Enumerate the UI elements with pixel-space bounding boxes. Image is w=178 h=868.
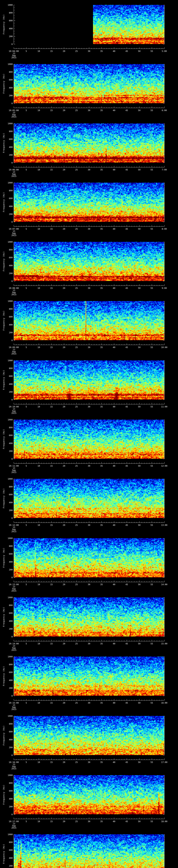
- end-time-label: 15:00: [156, 643, 172, 645]
- y-tick-label: 0: [5, 162, 13, 164]
- y-tick-label: 0: [5, 636, 13, 638]
- y-tick-label: 800: [5, 486, 13, 488]
- y-tick-label: 600: [5, 197, 13, 199]
- end-time-label: 13:00: [156, 524, 172, 526]
- y-tick-label: 800: [5, 841, 13, 843]
- y-tick-label: 200: [5, 806, 13, 808]
- y-tick-label: 600: [5, 256, 13, 259]
- spectrogram-panel-2: Frequency (Hz)0200400600800100010:05:005…: [0, 59, 178, 118]
- y-tick-label: 800: [5, 12, 13, 14]
- y-tick-label: 200: [5, 332, 13, 334]
- y-tick-label: 400: [5, 857, 13, 859]
- y-tick-label: 400: [5, 620, 13, 622]
- y-tick-label: 1000: [5, 300, 13, 302]
- spectrogram-panel-8: Frequency (Hz)0200400600800100010:11:005…: [0, 415, 178, 474]
- date-label: 2015: [5, 768, 23, 770]
- frequency-axis-label: Frequency (Hz): [3, 656, 5, 695]
- y-tick-label: 200: [5, 391, 13, 393]
- date-label: 2015: [5, 471, 23, 473]
- y-tick-label: 1000: [5, 4, 13, 6]
- y-tick-label: 200: [5, 509, 13, 512]
- date-label: 2015: [5, 234, 23, 237]
- y-tick-label: 0: [5, 102, 13, 105]
- date-label: 2015: [5, 827, 23, 829]
- y-tick-label: 600: [5, 790, 13, 792]
- end-time-label: 11:00: [156, 406, 172, 408]
- y-tick-label: 1000: [5, 122, 13, 125]
- y-tick-label: 800: [5, 782, 13, 784]
- date-label: 2015: [5, 412, 23, 414]
- y-tick-label: 600: [5, 493, 13, 496]
- y-tick-label: 800: [5, 249, 13, 251]
- y-tick-label: 800: [5, 426, 13, 429]
- spectrogram-stack: Frequency (Hz)0200400600800100010:04:005…: [0, 0, 178, 868]
- frequency-axis-label: Frequency (Hz): [3, 182, 5, 222]
- frequency-axis-label: Frequency (Hz): [3, 478, 5, 518]
- y-tick-label: 400: [5, 87, 13, 89]
- frequency-axis-label: Frequency (Hz): [3, 597, 5, 637]
- y-tick-label: 600: [5, 375, 13, 377]
- date-label: 2015: [5, 352, 23, 355]
- y-tick-label: 200: [5, 35, 13, 38]
- y-tick-label: 0: [5, 399, 13, 401]
- y-tick-label: 400: [5, 146, 13, 148]
- y-tick-label: 600: [5, 316, 13, 318]
- y-tick-label: 200: [5, 746, 13, 749]
- date-label: 2015: [5, 530, 23, 533]
- date-label: 2015: [5, 649, 23, 651]
- date-label: 2015: [5, 708, 23, 711]
- y-tick-label: 600: [5, 612, 13, 614]
- end-time-label: 6:00: [156, 109, 172, 112]
- y-tick-label: 800: [5, 189, 13, 192]
- y-tick-label: 800: [5, 367, 13, 370]
- y-tick-label: 200: [5, 94, 13, 97]
- y-tick-label: 1000: [5, 596, 13, 599]
- y-tick-label: 0: [5, 576, 13, 579]
- y-tick-label: 200: [5, 450, 13, 453]
- frequency-axis-label: Frequency (Hz): [3, 123, 5, 162]
- spectrogram-panel-1: Frequency (Hz)0200400600800100010:04:005…: [0, 0, 178, 59]
- spectrogram-panel-11: Frequency (Hz)0200400600800100010:14:005…: [0, 592, 178, 652]
- frequency-axis-label: Frequency (Hz): [3, 420, 5, 459]
- end-time-label: 12:00: [156, 465, 172, 467]
- y-tick-label: 400: [5, 323, 13, 326]
- y-tick-label: 200: [5, 865, 13, 867]
- date-label: 2015: [5, 175, 23, 178]
- spectrogram-panel-10: Frequency (Hz)0200400600800100010:13:005…: [0, 533, 178, 592]
- y-tick-label: 0: [5, 339, 13, 342]
- y-tick-label: 400: [5, 501, 13, 504]
- y-tick-label: 1000: [5, 63, 13, 65]
- y-tick-label: 200: [5, 568, 13, 571]
- y-tick-label: 600: [5, 20, 13, 22]
- y-tick-label: 0: [5, 813, 13, 816]
- y-tick-label: 600: [5, 138, 13, 141]
- date-label: 2015: [5, 590, 23, 592]
- y-tick-label: 400: [5, 442, 13, 444]
- end-time-label: 16:00: [156, 702, 172, 704]
- y-tick-label: 600: [5, 79, 13, 81]
- y-tick-label: 400: [5, 205, 13, 208]
- y-tick-label: 600: [5, 553, 13, 555]
- spectrogram-panel-6: Frequency (Hz)0200400600800100010:09:005…: [0, 296, 178, 355]
- y-tick-label: 400: [5, 739, 13, 741]
- y-tick-label: 200: [5, 628, 13, 630]
- y-tick-label: 600: [5, 849, 13, 851]
- y-tick-label: 400: [5, 679, 13, 682]
- y-tick-label: 400: [5, 798, 13, 800]
- frequency-axis-label: Frequency (Hz): [3, 360, 5, 399]
- y-tick-label: 1000: [5, 833, 13, 836]
- end-time-label: 18:00: [156, 820, 172, 823]
- y-tick-label: 1000: [5, 655, 13, 658]
- y-tick-label: 800: [5, 604, 13, 607]
- y-tick-label: 1000: [5, 715, 13, 717]
- end-time-label: 7:00: [156, 168, 172, 171]
- spectrogram-panel-5: Frequency (Hz)0200400600800100010:08:005…: [0, 237, 178, 296]
- frequency-axis-label: Frequency (Hz): [3, 5, 5, 44]
- spectrogram-panel-3: Frequency (Hz)0200400600800100010:06:005…: [0, 119, 178, 178]
- frequency-axis-label: Frequency (Hz): [3, 716, 5, 755]
- frequency-axis-label: Frequency (Hz): [3, 64, 5, 103]
- spectrogram-panel-12: Frequency (Hz)0200400600800100010:15:005…: [0, 652, 178, 711]
- spectrogram-panel-4: Frequency (Hz)0200400600800100010:07:005…: [0, 178, 178, 237]
- y-tick-label: 1000: [5, 478, 13, 480]
- end-time-label: 8:00: [156, 228, 172, 230]
